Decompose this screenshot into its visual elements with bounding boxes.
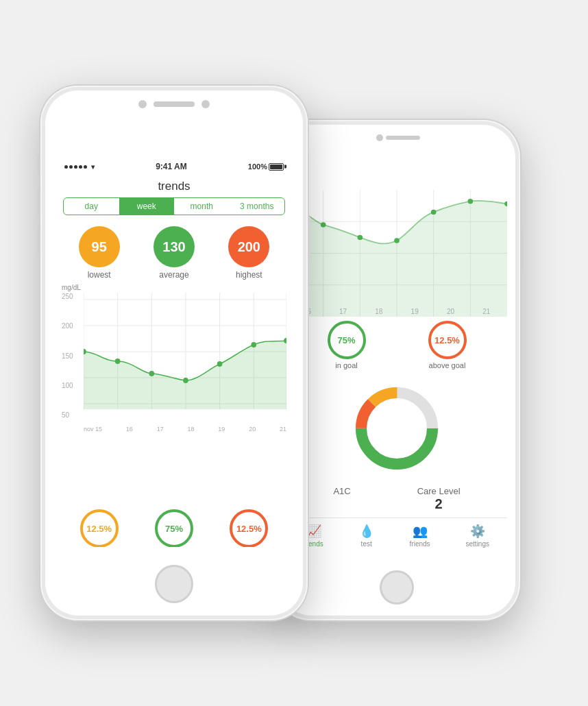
tab-month[interactable]: month (174, 198, 230, 215)
dot4 (79, 165, 82, 169)
chart-dot (183, 378, 188, 383)
y-50: 50 (62, 411, 84, 419)
phone1-silent-btn (38, 154, 40, 175)
in-ring: 75% (155, 509, 193, 547)
in-value: 75% (165, 524, 183, 534)
scene: 16 17 18 19 20 21 75% (27, 45, 561, 661)
dot3 (74, 165, 77, 169)
main-chart-svg (84, 293, 286, 423)
footer-settings[interactable]: ⚙️ settings (466, 524, 489, 548)
stats-row: 95 lowest 130 average 200 (55, 222, 293, 284)
stat-highest: 200 highest (228, 226, 269, 280)
phone2-donut-svg (349, 380, 445, 476)
average-label: average (159, 270, 188, 280)
phone2-screen: 16 17 18 19 20 21 75% (286, 190, 507, 550)
phone2-power-btn (520, 230, 523, 271)
phone2-notch (278, 134, 515, 141)
phone2-dot (431, 210, 437, 215)
phone2-speaker (386, 136, 420, 140)
x-label: 19 (411, 308, 419, 315)
phone1-screen: ▾ 9:41 AM 100% trends day (55, 159, 293, 547)
y-axis: 250 200 150 100 50 (62, 293, 84, 419)
battery-fill (270, 165, 282, 169)
x-18: 18 (188, 426, 195, 433)
phone2-stat-in-goal: 75% in goal (328, 321, 366, 369)
x-20: 20 (249, 426, 256, 433)
chart-dot (251, 342, 256, 348)
a1c-label: A1C (333, 486, 350, 496)
settings-icon: ⚙️ (470, 524, 485, 539)
x-19: 19 (218, 426, 225, 433)
dot5 (84, 165, 87, 169)
x-label: 20 (447, 308, 454, 315)
lowest-value: 95 (92, 239, 107, 255)
highest-circle: 200 (228, 226, 269, 267)
chart-dot (217, 361, 223, 367)
x-label: 17 (339, 308, 347, 315)
status-time: 9:41 AM (156, 162, 187, 171)
chart-area-fill (84, 341, 286, 409)
below-value: 12.5% (86, 524, 112, 534)
phone1-power-btn (308, 216, 310, 260)
phone2-donut-area (286, 374, 507, 483)
x-axis-labels: nov 15 16 17 18 19 20 21 (84, 426, 286, 433)
phone2-shell: 16 17 18 19 20 21 75% (273, 120, 520, 620)
phone1-vol-up-btn (38, 188, 40, 216)
in-goal-label: in goal (335, 361, 357, 369)
battery-indicator: 100% (248, 162, 284, 171)
average-value: 130 (162, 239, 185, 255)
phone1-notch (45, 100, 303, 108)
tab-3months[interactable]: 3 months (230, 198, 285, 215)
phone2-stat-above-goal: 12.5% above goal (428, 321, 467, 369)
phone2-content: 16 17 18 19 20 21 75% (286, 190, 507, 550)
chart-dot (149, 371, 154, 376)
phone1-shell: ▾ 9:41 AM 100% trends day (40, 86, 308, 620)
phone2-dot (321, 222, 326, 227)
test-icon: 💧 (359, 524, 374, 539)
y-200: 200 (62, 322, 84, 330)
tab-day[interactable]: day (64, 198, 119, 215)
lowest-label: lowest (88, 270, 111, 280)
dot1 (64, 165, 68, 169)
footer-friends-label: friends (410, 540, 430, 548)
pct-in: 75% in (155, 509, 193, 547)
average-circle: 130 (154, 226, 195, 267)
x-21: 21 (280, 426, 286, 433)
dot2 (69, 165, 73, 169)
footer-friends[interactable]: 👥 friends (410, 524, 430, 548)
trends-icon: 📈 (306, 524, 321, 539)
x-label: 18 (375, 308, 382, 315)
battery-pct: 100% (248, 162, 267, 171)
above-ring: 12.5% (230, 509, 268, 547)
phone2-home-button[interactable] (380, 570, 414, 605)
phone1-home-button[interactable] (155, 565, 193, 603)
tab-week[interactable]: week (119, 198, 175, 215)
highest-label: highest (236, 270, 262, 280)
footer-settings-label: settings (466, 540, 489, 548)
pct-below: 12.5% below (80, 509, 119, 547)
chart-dot (115, 358, 121, 364)
x-label: 21 (482, 308, 490, 315)
y-150: 150 (62, 352, 84, 360)
signal-dots: ▾ (64, 163, 95, 171)
battery-bar (269, 163, 284, 171)
phone1-vol-down-btn (38, 226, 40, 254)
phone2-footer: 📈 trends 💧 test 👥 friends ⚙️ (286, 518, 507, 550)
phone2-inner: 16 17 18 19 20 21 75% (278, 125, 515, 616)
trends-tab-bar[interactable]: day week month 3 months (63, 197, 285, 215)
y-100: 100 (62, 382, 84, 389)
percent-row: 12.5% below 75% in 12.5% (55, 504, 293, 547)
phone1-camera2 (201, 100, 210, 108)
phone1-speaker (154, 101, 195, 107)
highest-value: 200 (238, 239, 260, 255)
phone2-dot (394, 238, 400, 243)
footer-test[interactable]: 💧 test (359, 524, 374, 548)
y-250: 250 (62, 293, 84, 300)
x-nov15: nov 15 (84, 426, 102, 433)
footer-test-label: test (361, 540, 372, 548)
chart-unit-label: mg/dL (62, 284, 286, 291)
stat-average: 130 average (154, 226, 195, 280)
care-level-label: Care Level (417, 486, 461, 496)
stat-lowest: 95 lowest (79, 226, 120, 280)
x-17: 17 (157, 426, 164, 433)
